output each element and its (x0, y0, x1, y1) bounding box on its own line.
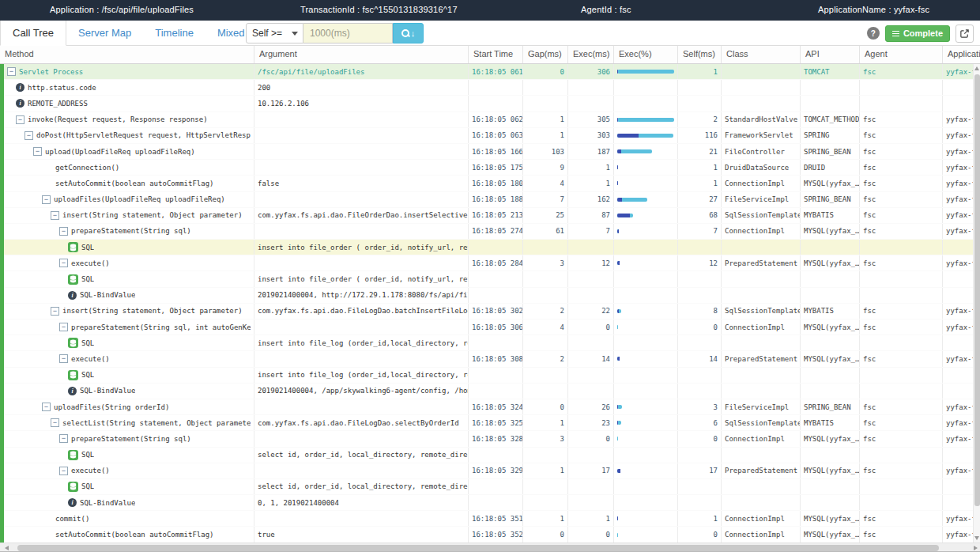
scroll-right-arrow-icon[interactable] (974, 546, 978, 550)
call-tree-row[interactable]: − doPost(HttpServletRequest request, Htt… (4, 128, 980, 144)
collapse-minus-icon[interactable]: − (59, 354, 68, 363)
collapse-minus-icon[interactable]: − (59, 259, 68, 267)
exec-percent-cell (614, 255, 678, 270)
collapse-minus-icon[interactable]: − (7, 67, 16, 76)
argument-cell (254, 463, 469, 478)
call-tree-row[interactable]: i SQL-BindValue 2019021400004, http://17… (4, 288, 980, 304)
call-tree-row[interactable]: − prepareStatement(String sql) 16:18:05 … (4, 431, 980, 447)
call-tree-row[interactable]: i SQL-BindValue 0, 1, 2019021400004 (4, 495, 980, 511)
horizontal-scrollbar[interactable] (0, 543, 980, 551)
call-tree-row[interactable]: SQL insert into file_order ( order_id, n… (4, 271, 980, 287)
exec-cell: 0 (568, 527, 614, 542)
api-cell: MYSQL(yyfax_… (801, 224, 860, 239)
call-tree-row[interactable]: SQL insert into file_log (order_id,local… (4, 335, 980, 351)
api-cell (801, 495, 860, 510)
argument-cell (254, 192, 469, 207)
caret-down-icon (292, 32, 298, 36)
collapse-minus-icon[interactable]: − (42, 195, 51, 204)
argument-cell: 2019021400004, /app/skywalking6-agent/co… (254, 384, 469, 399)
agent-cell: fsc (860, 224, 943, 239)
collapse-minus-icon[interactable]: − (51, 307, 59, 316)
collapse-minus-icon[interactable]: − (16, 115, 24, 124)
call-tree-row[interactable]: SQL select id, order_id, local_directory… (4, 448, 980, 463)
call-tree-row[interactable]: − execute() 16:18:05 329 1 17 17 Prepare… (4, 463, 980, 479)
method-cell: setAutoCommit(boolean autoCommitFlag) (4, 527, 254, 542)
exec-percent-cell (614, 271, 678, 286)
search-button[interactable]: ↓ (393, 23, 424, 43)
collapse-minus-icon[interactable]: − (33, 147, 42, 156)
call-tree-row[interactable]: − insert(String statement, Object parame… (4, 304, 980, 319)
call-tree-row[interactable]: − execute() 16:18:05 284 3 12 12 Prepare… (4, 255, 980, 271)
call-tree-row[interactable]: SQL insert into file_log (order_id,local… (4, 368, 980, 384)
call-tree-row[interactable]: SQL insert into file_order ( order_id, n… (4, 240, 980, 255)
call-tree-row[interactable]: i SQL-BindValue 2019021400004, /app/skyw… (4, 384, 980, 399)
self-time-bar (617, 405, 618, 409)
vertical-scrollbar-thumb[interactable] (974, 74, 980, 506)
call-tree-row[interactable]: commit() 16:18:05 351 1 1 1 ConnectionIm… (4, 511, 980, 527)
agent-cell: fsc (860, 208, 943, 223)
call-tree-row[interactable]: setAutoCommit(boolean autoCommitFlag) tr… (4, 527, 980, 543)
tab-timeline[interactable]: Timeline (143, 21, 205, 46)
call-tree-row[interactable]: − selectList(String statement, Object pa… (4, 415, 980, 431)
call-tree-row[interactable]: − uploadFiles(UploadFileReq uploadFileRe… (4, 192, 980, 208)
self-cell: 0 (678, 431, 722, 446)
api-cell (801, 240, 860, 255)
call-tree-row[interactable]: − uploadFiles(String orderId) 16:18:05 3… (4, 399, 980, 415)
call-tree-row[interactable]: − prepareStatement(String sql) 16:18:05 … (4, 224, 980, 240)
self-cell: 0 (678, 319, 722, 335)
agent-cell: fsc (860, 255, 943, 270)
collapse-minus-icon[interactable]: − (51, 211, 59, 220)
indent-spacer (42, 183, 52, 183)
call-tree-row[interactable]: − invoke(Request request, Response respo… (4, 112, 980, 128)
exec-percent-bar (617, 325, 618, 329)
scroll-up-arrow-icon[interactable] (974, 66, 979, 70)
collapse-minus-icon[interactable]: − (59, 323, 68, 331)
collapse-minus-icon[interactable]: − (59, 434, 68, 443)
exec-cell: 22 (568, 304, 614, 319)
collapse-minus-icon[interactable]: − (42, 403, 51, 411)
tab-call-tree[interactable]: Call Tree (0, 21, 66, 46)
method-cell: − invoke(Request request, Response respo… (4, 112, 254, 127)
open-in-new-button[interactable] (956, 25, 974, 43)
class-cell: SqlSessionTemplate (722, 304, 801, 319)
collapse-minus-icon[interactable]: − (59, 227, 68, 236)
argument-cell (254, 399, 469, 414)
scroll-down-arrow-icon[interactable] (974, 536, 979, 540)
call-tree-row[interactable]: − upload(UploadFileReq uploadFileReq) 16… (4, 144, 980, 160)
call-tree-row[interactable]: − insert(String statement, Object parame… (4, 208, 980, 224)
agent-cell: fsc (860, 399, 943, 414)
self-time-bar (617, 357, 620, 361)
api-cell: SPRING_BEAN (801, 399, 860, 414)
method-label: uploadFiles(UploadFileReq uploadFileReq) (54, 195, 225, 203)
call-tree-row[interactable]: setAutoCommit(boolean autoCommitFlag) fa… (4, 176, 980, 191)
collapse-minus-icon[interactable]: − (24, 131, 33, 140)
call-tree-row[interactable]: − Servlet Process /fsc/api/file/uploadFi… (4, 64, 980, 80)
exec-cell: 162 (568, 192, 614, 207)
tab-server-map[interactable]: Server Map (66, 21, 143, 46)
argument-cell: insert into file_order ( order_id, notif… (254, 271, 469, 286)
filter-type-select[interactable]: Self >= (246, 23, 303, 43)
api-cell: MYBATIS (801, 304, 860, 319)
question-mark-icon[interactable]: ? (867, 27, 880, 40)
scroll-left-arrow-icon[interactable] (5, 546, 9, 550)
class-cell: ConnectionImpl (722, 176, 801, 191)
collapse-minus-icon[interactable]: − (51, 418, 59, 427)
call-tree-row[interactable]: − prepareStatement(String sql, int autoG… (4, 319, 980, 335)
filter-threshold-input[interactable] (303, 23, 393, 43)
horizontal-scrollbar-thumb[interactable] (17, 545, 939, 551)
collapse-minus-icon[interactable]: − (59, 467, 68, 475)
class-cell: FileServiceImpl (722, 192, 801, 207)
start-time-cell: 16:18:05 306 (469, 319, 523, 335)
agent-cell: fsc (860, 304, 943, 319)
argument-cell: true (254, 527, 469, 542)
call-tree-row[interactable]: SQL select id, order_id, local_directory… (4, 479, 980, 495)
vertical-scrollbar[interactable] (973, 64, 980, 543)
call-tree-row[interactable]: i REMOTE_ADDRESS 10.126.2.106 (4, 96, 980, 112)
complete-button[interactable]: Complete (885, 25, 950, 42)
exec-percent-bar (617, 70, 674, 74)
call-tree-row[interactable]: − execute() 16:18:05 308 2 14 14 Prepare… (4, 351, 980, 367)
method-label: Servlet Process (19, 68, 83, 76)
call-tree-row[interactable]: i http.status.code 200 (4, 80, 980, 96)
method-label: SQL (81, 451, 94, 459)
call-tree-row[interactable]: getConnection() 16:18:05 175 9 1 1 Druid… (4, 160, 980, 176)
